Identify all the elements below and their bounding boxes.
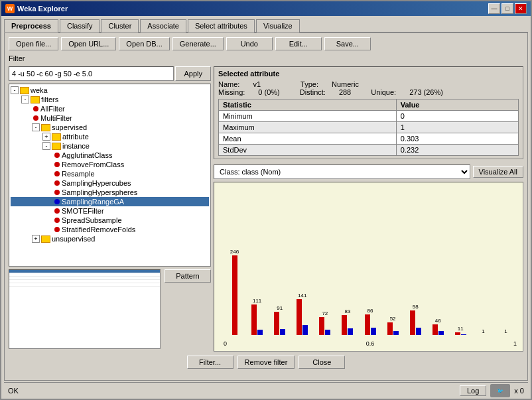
tree-item-weka[interactable]: - weka: [11, 86, 209, 95]
tree-item-agglutinateclass[interactable]: AgglutinatClass: [11, 151, 209, 160]
tree-item-stratifiedremovefolds[interactable]: StratifiedRemoveFolds: [11, 225, 209, 234]
tree-label: SMOTEFilter: [62, 207, 104, 215]
maximize-button[interactable]: □: [501, 3, 513, 14]
attr-unique-value: 273 (26%): [409, 88, 443, 96]
tab-cluster[interactable]: Cluster: [101, 19, 139, 33]
filter-textbox[interactable]: [9, 66, 174, 81]
expand-icon[interactable]: -: [32, 123, 40, 131]
window-controls: — □ ✕: [488, 3, 527, 14]
minimize-button[interactable]: —: [488, 3, 500, 14]
close-button[interactable]: Close: [299, 356, 345, 369]
log-button[interactable]: Log: [460, 385, 486, 396]
tree-item-allfilter[interactable]: AllFilter: [11, 104, 209, 113]
attr-type-value: Numeric: [332, 80, 359, 88]
bullet-icon: [54, 153, 60, 158]
bullet-icon: [33, 115, 38, 121]
tree-panel[interactable]: - weka - filters AllF: [9, 84, 211, 267]
content-area: Open file... Open URL... Open DB... Gene…: [4, 32, 528, 381]
chart-container: 246111911417283865298461111 0 0.6 1: [217, 185, 520, 348]
tab-preprocess[interactable]: Preprocess: [4, 19, 58, 33]
tree-label: SamplingRangeGA: [62, 198, 124, 206]
open-url-button[interactable]: Open URL...: [61, 37, 116, 50]
bar-red: [232, 255, 237, 335]
tab-visualize[interactable]: Visualize: [256, 19, 300, 33]
bar-group: 111: [246, 298, 268, 335]
bullet-icon: [54, 199, 60, 204]
expand-icon[interactable]: +: [42, 133, 50, 141]
bar-blue: [280, 329, 285, 335]
tab-associate[interactable]: Associate: [140, 19, 186, 33]
class-select[interactable]: Class: class (Nom): [214, 165, 470, 179]
main-panel: Apply - weka - filters: [9, 66, 523, 352]
remove-filter-button[interactable]: Remove filter: [237, 356, 295, 369]
tree-item-spreadsubsample[interactable]: SpreadSubsample: [11, 216, 209, 225]
bar-label: 86: [367, 308, 373, 314]
x-label-1: 1: [513, 340, 517, 347]
bar-label: 83: [344, 308, 350, 314]
class-row: Class: class (Nom) Visualize All: [214, 165, 523, 179]
tree-label: filters: [41, 96, 58, 103]
filter-button[interactable]: Filter...: [187, 356, 233, 369]
bar-group: 98: [405, 304, 427, 335]
generate-button[interactable]: Generate...: [172, 37, 224, 50]
bullet-icon: [54, 218, 60, 223]
status-text: OK: [8, 387, 19, 395]
visualize-all-button[interactable]: Visualize All: [473, 166, 524, 178]
save-button[interactable]: Save...: [324, 37, 371, 50]
bar-red: [365, 314, 370, 335]
tree-item-filters[interactable]: - filters: [11, 95, 209, 104]
weka-logo: 🐦: [490, 384, 510, 397]
bar-red: [319, 317, 324, 335]
tree-item-samplinghypercubes[interactable]: SamplingHypercubes: [11, 178, 209, 188]
tree-item-supervised[interactable]: - supervised: [11, 123, 209, 132]
bar-group: 52: [382, 316, 404, 335]
open-file-button[interactable]: Open file...: [9, 37, 58, 50]
window-title: Weka Explorer: [17, 5, 68, 13]
tree-item-resample[interactable]: Resample: [11, 169, 209, 178]
edit-button[interactable]: Edit...: [275, 37, 322, 50]
tree-item-instance[interactable]: - instance: [11, 141, 209, 151]
expand-icon[interactable]: -: [21, 96, 29, 103]
tree-item-unsupervised[interactable]: + unsupervised: [11, 234, 209, 243]
bar-red: [251, 304, 257, 335]
bullet-icon: [54, 162, 60, 167]
tree-label: Resample: [62, 170, 95, 178]
tree-item-removefromclass[interactable]: RemoveFromClass: [11, 160, 209, 169]
bar-label: 111: [253, 298, 261, 304]
tree-item-multifilter[interactable]: MultiFilter: [11, 113, 209, 123]
bar-group: 86: [359, 308, 381, 335]
stats-cell-value: 1: [396, 122, 518, 133]
apply-button[interactable]: Apply: [175, 66, 211, 81]
expand-icon[interactable]: +: [32, 235, 40, 243]
attr-distinct-label: Distinct:: [300, 88, 326, 96]
bar-red: [297, 299, 302, 335]
open-db-button[interactable]: Open DB...: [119, 37, 169, 50]
chart-bars: 246111911417283865298461111: [224, 188, 517, 335]
stats-cell-statistic: StdDev: [219, 145, 397, 156]
tree-item-samplingrangega[interactable]: SamplingRangeGA: [11, 197, 209, 206]
status-right: Log 🐦 x 0: [460, 384, 524, 397]
list-item[interactable]: [9, 283, 160, 287]
tree-item-attribute[interactable]: + attribute: [11, 132, 209, 141]
bar-group: 246: [224, 249, 245, 335]
stats-cell-statistic: Mean: [219, 133, 397, 145]
attr-name-value: v1: [253, 80, 261, 88]
main-toolbar: Open file... Open URL... Open DB... Gene…: [9, 37, 523, 50]
bar-red: [387, 322, 393, 335]
undo-button[interactable]: Undo: [226, 37, 273, 50]
pattern-row: Pattern: [9, 269, 211, 350]
tree-item-samplinghyperspheres[interactable]: SamplingHyperspheres: [11, 188, 209, 197]
bullet-icon: [33, 106, 38, 111]
expand-icon[interactable]: -: [11, 86, 19, 94]
tab-classify[interactable]: Classify: [60, 19, 100, 33]
tree-item-smotefilter[interactable]: SMOTEFilter: [11, 206, 209, 216]
bar-label: 46: [435, 318, 441, 324]
close-button[interactable]: ✕: [515, 3, 527, 14]
tab-select-attributes[interactable]: Select attributes: [188, 19, 255, 33]
bar-label: 11: [458, 326, 464, 332]
expand-icon[interactable]: -: [42, 142, 50, 150]
list-panel[interactable]: [9, 269, 161, 349]
tree-label: weka: [31, 86, 48, 94]
bar-group: 1: [495, 328, 517, 335]
pattern-button[interactable]: Pattern: [165, 269, 211, 283]
